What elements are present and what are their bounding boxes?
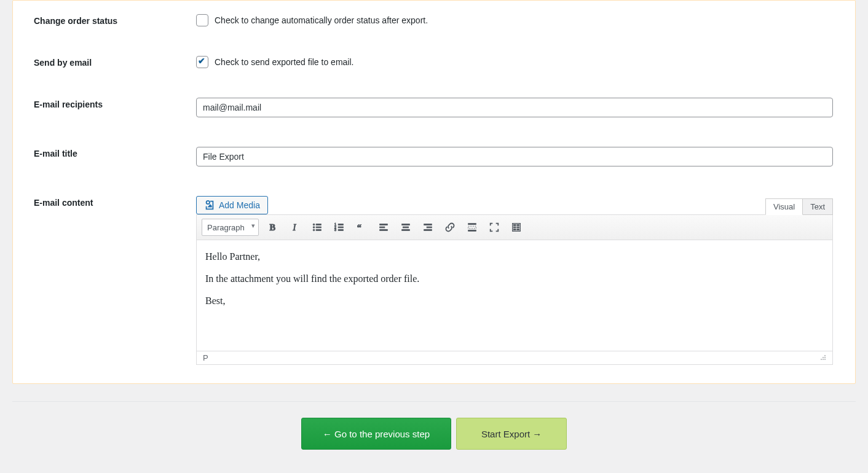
svg-point-37 bbox=[824, 357, 826, 358]
svg-rect-32 bbox=[517, 227, 519, 228]
email-recipients-input[interactable] bbox=[196, 98, 833, 117]
svg-rect-34 bbox=[517, 229, 519, 230]
svg-point-39 bbox=[823, 359, 824, 360]
tab-visual[interactable]: Visual bbox=[765, 198, 803, 215]
svg-rect-25 bbox=[468, 224, 476, 225]
fullscreen-button[interactable] bbox=[486, 219, 502, 235]
svg-rect-19 bbox=[402, 224, 410, 225]
svg-rect-6 bbox=[316, 227, 321, 228]
svg-rect-33 bbox=[514, 229, 516, 230]
send-email-text: Check to send exported file to email. bbox=[215, 57, 353, 67]
svg-rect-27 bbox=[468, 230, 476, 232]
editor-box: Paragraph B I 123 “ bbox=[196, 214, 833, 365]
add-media-label: Add Media bbox=[219, 200, 260, 210]
svg-rect-16 bbox=[380, 224, 388, 225]
svg-rect-22 bbox=[424, 224, 432, 225]
svg-rect-29 bbox=[514, 225, 516, 226]
svg-rect-26 bbox=[468, 226, 476, 229]
body-line-3: Best, bbox=[205, 295, 824, 307]
blockquote-button[interactable]: “ bbox=[353, 219, 369, 235]
bold-button[interactable]: B bbox=[265, 219, 281, 235]
svg-point-36 bbox=[823, 357, 824, 358]
change-status-checkbox-wrap[interactable]: Check to change automatically order stat… bbox=[196, 14, 833, 26]
tab-text[interactable]: Text bbox=[803, 198, 833, 215]
body-line-2: In the attachment you will find the expo… bbox=[205, 273, 824, 284]
svg-point-35 bbox=[824, 355, 826, 356]
email-content-label: E-mail content bbox=[34, 196, 196, 208]
svg-point-38 bbox=[821, 359, 822, 360]
editor-path: P bbox=[203, 353, 208, 362]
toolbar-toggle-button[interactable] bbox=[508, 219, 524, 235]
svg-text:“: “ bbox=[357, 222, 361, 232]
media-icon bbox=[204, 200, 215, 211]
email-title-input[interactable] bbox=[196, 147, 833, 166]
previous-step-button[interactable]: ← Go to the previous step bbox=[301, 418, 451, 450]
email-recipients-label: E-mail recipients bbox=[34, 98, 196, 109]
svg-rect-14 bbox=[338, 230, 343, 231]
svg-point-3 bbox=[313, 224, 315, 225]
svg-rect-10 bbox=[338, 224, 343, 225]
svg-rect-21 bbox=[402, 230, 410, 231]
numbered-list-button[interactable]: 123 bbox=[331, 219, 347, 235]
italic-button[interactable]: I bbox=[287, 219, 303, 235]
svg-point-0 bbox=[207, 201, 210, 204]
svg-rect-24 bbox=[424, 230, 432, 231]
bullet-list-button[interactable] bbox=[309, 219, 325, 235]
add-media-button[interactable]: Add Media bbox=[196, 196, 268, 214]
align-center-button[interactable] bbox=[398, 219, 414, 235]
change-status-label: Change order status bbox=[34, 14, 196, 26]
email-body-editor[interactable]: Hello Partner, In the attachment you wil… bbox=[197, 240, 832, 351]
svg-point-7 bbox=[313, 229, 315, 231]
change-status-checkbox[interactable] bbox=[196, 14, 208, 26]
align-right-button[interactable] bbox=[420, 219, 436, 235]
svg-point-5 bbox=[313, 227, 315, 229]
svg-point-40 bbox=[824, 359, 826, 360]
link-button[interactable] bbox=[442, 219, 458, 235]
send-email-label: Send by email bbox=[34, 56, 196, 68]
separator bbox=[12, 401, 856, 402]
svg-rect-23 bbox=[427, 227, 432, 228]
svg-rect-31 bbox=[514, 227, 516, 228]
svg-text:I: I bbox=[292, 222, 296, 232]
email-title-label: E-mail title bbox=[34, 147, 196, 158]
svg-text:B: B bbox=[270, 222, 276, 232]
svg-rect-18 bbox=[380, 230, 388, 231]
resize-handle[interactable] bbox=[819, 353, 826, 362]
editor-toolbar: Paragraph B I 123 “ bbox=[197, 215, 832, 240]
send-email-checkbox[interactable] bbox=[196, 56, 208, 68]
format-select[interactable]: Paragraph bbox=[202, 219, 259, 236]
svg-rect-12 bbox=[338, 227, 343, 228]
change-status-text: Check to change automatically order stat… bbox=[215, 15, 428, 25]
start-export-button[interactable]: Start Export → bbox=[456, 418, 567, 450]
svg-rect-30 bbox=[517, 225, 519, 226]
send-email-checkbox-wrap[interactable]: Check to send exported file to email. bbox=[196, 56, 833, 68]
svg-rect-17 bbox=[380, 227, 385, 228]
insert-more-button[interactable] bbox=[464, 219, 480, 235]
body-line-1: Hello Partner, bbox=[205, 251, 824, 262]
align-left-button[interactable] bbox=[376, 219, 392, 235]
svg-rect-4 bbox=[316, 224, 321, 225]
svg-text:3: 3 bbox=[334, 228, 336, 232]
svg-rect-8 bbox=[316, 230, 321, 231]
svg-rect-20 bbox=[403, 227, 409, 228]
